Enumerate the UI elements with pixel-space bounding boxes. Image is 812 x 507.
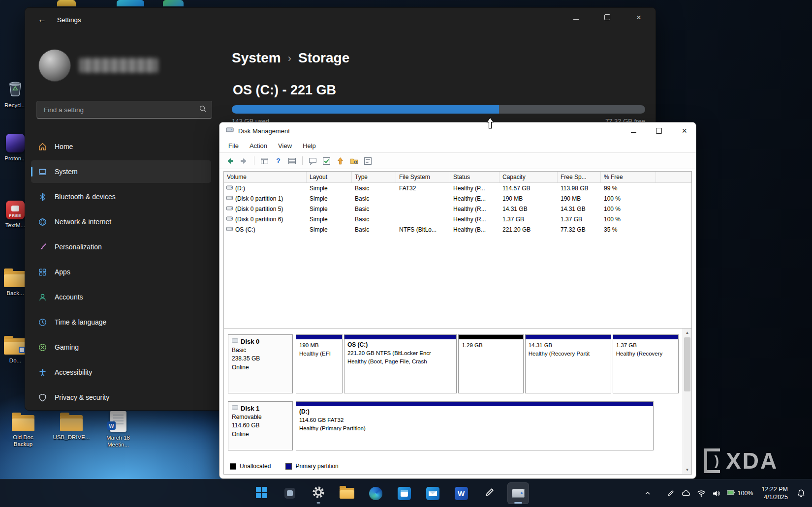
vertical-scrollbar[interactable]: ▲ ▼ [683, 328, 691, 474]
forward-icon[interactable] [239, 156, 249, 166]
disk-0-label-cell[interactable]: Disk 0 Basic 238.35 GB Online [228, 334, 293, 393]
pen-app-button[interactable] [479, 482, 500, 504]
disk-management-taskbar-button[interactable] [507, 482, 529, 504]
menu-file[interactable]: File [223, 141, 244, 151]
partition-os-c[interactable]: OS (C:) 221.20 GB NTFS (BitLocker Encr H… [344, 334, 457, 393]
sidebar-item-gaming[interactable]: Gaming [31, 336, 211, 358]
legend-primary-partition: Primary partition [285, 463, 338, 470]
close-button[interactable]: × [682, 126, 687, 135]
hidden-icons-chevron[interactable] [643, 488, 653, 498]
scrollbar-thumb[interactable] [684, 337, 690, 391]
up-arrow-icon[interactable] [336, 156, 345, 166]
volume-row[interactable]: (Disk 0 partition 1) Simple Basic Health… [224, 193, 691, 204]
back-icon[interactable]: ← [38, 15, 46, 25]
partition-title: OS (C:) [347, 341, 454, 348]
sidebar-item-time-language[interactable]: Time & language [31, 311, 211, 333]
volume-row[interactable]: (Disk 0 partition 6) Simple Basic Health… [224, 214, 691, 224]
start-button[interactable] [250, 482, 272, 504]
partition-unallocated[interactable]: 1.29 GB [458, 334, 523, 393]
maximize-button[interactable] [602, 13, 612, 22]
menu-view[interactable]: View [273, 141, 297, 151]
sidebar-item-accounts[interactable]: Accounts [31, 286, 211, 308]
properties-icon[interactable] [363, 156, 373, 166]
help-icon[interactable]: ? [274, 156, 283, 166]
task-view-button[interactable] [279, 482, 301, 504]
onedrive-cloud-icon[interactable] [681, 488, 691, 498]
disk-icon [232, 404, 238, 412]
outlook-calendar-button[interactable] [393, 482, 415, 504]
taskbar-clock[interactable]: 12:22 PM 4/1/2025 [761, 485, 788, 502]
battery-status[interactable]: 100% [727, 488, 753, 498]
edge-button[interactable] [365, 482, 386, 504]
sidebar-item-bluetooth-devices[interactable]: Bluetooth & devices [31, 185, 211, 208]
settings-search-box[interactable] [36, 101, 212, 119]
breadcrumb-system[interactable]: System [232, 50, 281, 66]
partition-status: Healthy (Boot, Page File, Crash [347, 358, 454, 366]
sidebar-item-system[interactable]: System [31, 160, 211, 183]
desktop: Recycl... Proton... FREE TextM... Back..… [0, 0, 812, 507]
dialog-bubble-icon[interactable] [308, 156, 317, 166]
sidebar-item-accessibility[interactable]: Accessibility [31, 361, 211, 384]
minimize-button[interactable] [571, 13, 581, 22]
file-explorer-button[interactable] [336, 482, 358, 504]
partition-d[interactable]: (D:) 114.60 GB FAT32 Healthy (Primary Pa… [296, 401, 654, 450]
search-folder-icon[interactable] [349, 156, 359, 166]
sidebar-item-privacy-security[interactable]: Privacy & security [31, 386, 211, 409]
disk-1-label-cell[interactable]: Disk 1 Removable 114.60 GB Online [228, 401, 293, 450]
volume-row[interactable]: (D:) Simple Basic FAT32 Healthy (P... 11… [224, 183, 691, 193]
desktop-icon-march-18-doc[interactable]: W March 18Meetin... [99, 411, 137, 448]
partition-recovery-1[interactable]: 14.31 GB Healthy (Recovery Partit [525, 334, 611, 393]
sidebar-item-label: Home [55, 143, 73, 150]
notifications-bell-icon[interactable] [796, 488, 806, 498]
user-profile[interactable] [39, 50, 211, 81]
sidebar-item-home[interactable]: Home [31, 135, 211, 158]
sidebar-item-personalization[interactable]: Personalization [31, 236, 211, 258]
partition-efi[interactable]: 190 MB Healthy (EFI [296, 334, 343, 393]
column-header-percent-free[interactable]: % Free [601, 172, 656, 182]
partition-recovery-2[interactable]: 1.37 GB Healthy (Recovery [613, 334, 679, 393]
menu-help[interactable]: Help [298, 141, 321, 151]
scroll-up-arrow[interactable]: ▲ [683, 328, 691, 337]
disk-mgmt-menubar: File Action View Help [219, 139, 696, 153]
wifi-icon[interactable] [696, 488, 706, 498]
desktop-icon-old-doc-backup[interactable]: Old DocBackup [4, 412, 42, 448]
sidebar-item-label: Network & internet [55, 218, 111, 226]
back-icon[interactable] [225, 156, 235, 166]
column-header-free-space[interactable]: Free Sp... [558, 172, 601, 182]
column-header-file-system[interactable]: File System [396, 172, 450, 182]
volume-row[interactable]: OS (C:) Simple Basic NTFS (BitLo... Heal… [224, 224, 691, 235]
menu-action[interactable]: Action [245, 141, 272, 151]
sidebar-item-label: Apps [55, 268, 70, 276]
windows-ink-pen-icon[interactable] [666, 488, 676, 498]
search-input[interactable] [43, 106, 199, 114]
desktop-icon-label: March 18Meetin... [106, 434, 130, 448]
outlook-mail-button[interactable] [422, 482, 443, 504]
sidebar-item-apps[interactable]: Apps [31, 261, 211, 283]
volume-type: Basic [352, 195, 396, 203]
user-avatar[interactable] [39, 50, 70, 81]
desktop-icon-label: Old DocBackup [13, 434, 33, 448]
column-header-volume[interactable]: Volume [224, 172, 307, 182]
volume-row[interactable]: (Disk 0 partition 5) Simple Basic Health… [224, 204, 691, 214]
minimize-button[interactable] [631, 129, 636, 132]
column-header-status[interactable]: Status [450, 172, 500, 182]
column-header-capacity[interactable]: Capacity [500, 172, 558, 182]
word-button[interactable]: W [450, 482, 472, 504]
disk-size: 238.35 GB [232, 355, 289, 363]
volume-status: Healthy (R... [450, 215, 500, 223]
maximize-button[interactable] [656, 128, 662, 134]
scroll-down-arrow[interactable]: ▼ [683, 466, 691, 474]
column-header-type[interactable]: Type [352, 172, 396, 182]
column-header-layout[interactable]: Layout [307, 172, 352, 182]
disk-mgmt-titlebar: Disk Management × [219, 122, 696, 139]
desktop-icon-usb-drive[interactable]: USB_DRIVE... [52, 412, 91, 441]
settings-taskbar-button[interactable] [308, 482, 329, 504]
disk-status: Online [232, 363, 289, 372]
details-view-icon[interactable] [287, 156, 297, 166]
close-button[interactable]: × [634, 13, 644, 22]
proton-icon [6, 134, 25, 152]
checklist-icon[interactable] [322, 156, 331, 166]
sidebar-item-network-internet[interactable]: Network & internet [31, 210, 211, 233]
console-window-icon[interactable] [260, 156, 269, 166]
volume-icon[interactable] [712, 488, 721, 498]
